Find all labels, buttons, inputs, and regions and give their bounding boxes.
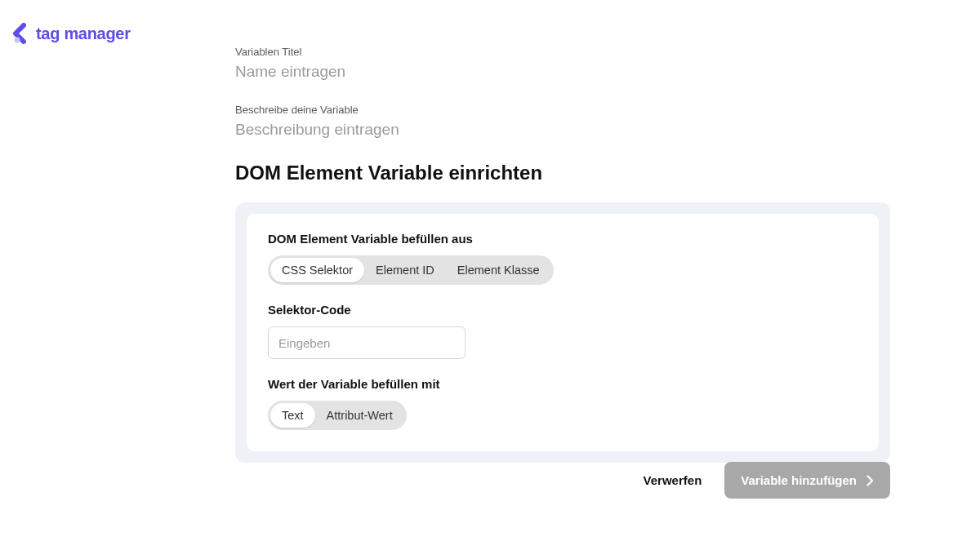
config-panel: DOM Element Variable befüllen aus CSS Se… (235, 202, 890, 463)
brand-logo[interactable]: tag manager (10, 23, 131, 44)
source-segmented-control: CSS Selektor Element ID Element Klasse (268, 255, 554, 285)
value-option-attr[interactable]: Attribut-Wert (315, 403, 404, 428)
add-variable-button[interactable]: Variable hinzufügen (724, 462, 890, 499)
selector-code-label: Selektor-Code (268, 303, 858, 317)
discard-button[interactable]: Verwerfen (644, 473, 702, 487)
source-label: DOM Element Variable befüllen aus (268, 232, 858, 246)
brand-icon (10, 23, 31, 44)
chevron-right-icon (866, 475, 874, 486)
source-option-id[interactable]: Element ID (364, 258, 446, 282)
variable-title-label: Variablen Titel (235, 46, 890, 58)
brand-name: tag manager (36, 24, 131, 43)
selector-code-input[interactable] (268, 326, 466, 359)
value-segmented-control: Text Attribut-Wert (268, 401, 407, 430)
variable-desc-label: Beschreibe deine Variable (235, 104, 890, 116)
value-fill-label: Wert der Variable befüllen mit (268, 377, 858, 391)
footer-actions: Verwerfen Variable hinzufügen (644, 462, 890, 499)
variable-title-input[interactable]: Name eintragen (235, 63, 890, 81)
section-heading: DOM Element Variable einrichten (235, 162, 890, 184)
add-variable-label: Variable hinzufügen (741, 473, 857, 487)
config-inner: DOM Element Variable befüllen aus CSS Se… (247, 214, 879, 451)
svg-point-0 (15, 38, 20, 43)
main-form: Variablen Titel Name eintragen Beschreib… (235, 46, 890, 463)
variable-desc-input[interactable]: Beschreibung eintragen (235, 121, 890, 139)
value-option-text[interactable]: Text (270, 403, 315, 428)
source-option-css[interactable]: CSS Selektor (270, 258, 364, 282)
source-option-class[interactable]: Element Klasse (446, 258, 551, 282)
